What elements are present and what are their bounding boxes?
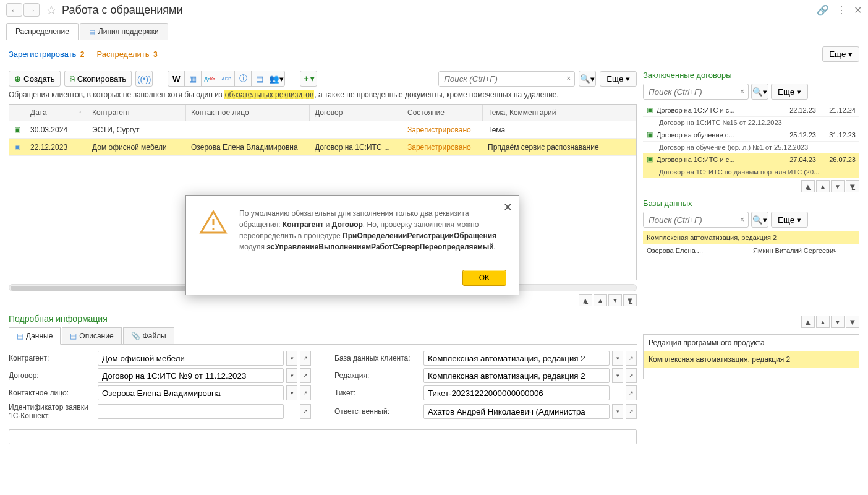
tab-distribution[interactable]: Распределение [6, 23, 79, 40]
sound-button[interactable]: ((•)) [135, 71, 153, 87]
tab-support-line[interactable]: ▤ Линия поддержки [80, 23, 168, 40]
db-dropdown[interactable]: ▾ [612, 351, 623, 366]
partner-field[interactable] [98, 351, 284, 366]
svg-point-1 [212, 228, 214, 230]
extra-field[interactable] [9, 429, 637, 444]
copy-button[interactable]: ⎘Скопировать [64, 71, 132, 87]
db-search-input[interactable] [644, 212, 736, 227]
contract-dropdown[interactable]: ▾ [286, 368, 297, 383]
link-icon[interactable]: 🔗 [817, 4, 829, 16]
databases-section: Базы данных × 🔍▾ Еще ▾ Комплексная автом… [643, 199, 859, 328]
contract-open[interactable]: ↗ [300, 368, 311, 383]
clear-search-icon[interactable]: × [563, 72, 574, 86]
nav-down-button[interactable]: ▼ [608, 294, 622, 306]
edition-dropdown[interactable]: ▾ [612, 368, 623, 383]
db-more-button[interactable]: Еще ▾ [771, 212, 808, 228]
menu-icon[interactable]: ⋮ [836, 4, 846, 16]
edition-field[interactable] [423, 368, 610, 383]
contract-row[interactable]: ▣ Договор на обучение с... 25.12.23 31.1… [643, 128, 859, 142]
header-partner[interactable]: Контрагент [87, 105, 186, 121]
more-button-toolbar[interactable]: Еще ▾ [600, 71, 637, 87]
contract-field[interactable] [98, 368, 284, 383]
contracts-more-button[interactable]: Еще ▾ [771, 84, 808, 100]
partner-open[interactable]: ↗ [300, 351, 311, 366]
doc-saved-icon: ▣ [14, 143, 20, 151]
contract-row[interactable]: ▣ Договор на 1С:ИТС и с... 22.12.23 21.1… [643, 103, 859, 117]
search-button[interactable]: 🔍▾ [579, 71, 596, 87]
ticket-field[interactable] [423, 385, 610, 400]
dialog-ok-button[interactable]: OK [462, 270, 506, 286]
db-open[interactable]: ↗ [626, 351, 637, 366]
tab-support-line-label: Линия поддержки [98, 27, 159, 36]
create-button[interactable]: ⊕Создать [9, 71, 61, 87]
abc-button[interactable]: АБВ [218, 71, 235, 87]
grid-row[interactable]: ▣ 30.03.2024 ЭСТИ, Сургут Зарегистрирова… [9, 121, 636, 139]
contracts-search-input[interactable] [644, 84, 736, 99]
header-contract[interactable]: Договор [310, 105, 402, 121]
close-icon[interactable]: ✕ [854, 4, 862, 16]
nav-up-button[interactable]: ▲ [816, 180, 830, 192]
list-icon: ▤ [256, 74, 263, 84]
db-search-button[interactable]: 🔍▾ [751, 212, 768, 228]
dialog-message: По умолчанию обязательны для заполнения … [239, 208, 506, 252]
nav-last-button[interactable]: ▼̲ [623, 294, 637, 306]
partner-dropdown[interactable]: ▾ [286, 351, 297, 366]
nav-first-button[interactable]: ▲̲ [579, 294, 592, 306]
id-open[interactable]: ↗ [300, 404, 311, 419]
contact-open[interactable]: ↗ [300, 385, 311, 400]
ticket-open[interactable]: ↗ [626, 385, 637, 400]
resp-open[interactable]: ↗ [626, 404, 637, 419]
list-button[interactable]: ▤ [251, 71, 268, 87]
resp-dropdown[interactable]: ▾ [612, 404, 623, 419]
nav-forward-button[interactable]: → [23, 3, 40, 17]
databases-title: Базы данных [643, 199, 859, 208]
nav-last-button[interactable]: ▼̲ [846, 316, 859, 328]
doc-icon: ▣ [647, 131, 653, 139]
nav-down-button[interactable]: ▼ [831, 316, 845, 328]
nav-first-button[interactable]: ▲̲ [801, 316, 815, 328]
add-item-button[interactable]: ＋▾ [300, 71, 317, 87]
contracts-search-button[interactable]: 🔍▾ [751, 84, 768, 100]
nav-last-button[interactable]: ▼̲ [846, 180, 859, 192]
detail-tab-files[interactable]: 📎Файлы [123, 327, 174, 344]
grid-row[interactable]: ▣ 22.12.2023 Дом офисной мебели Озерова … [9, 139, 636, 156]
distribute-link[interactable]: Распределить [96, 50, 149, 59]
more-button-top[interactable]: Еще ▾ [822, 46, 859, 62]
info-button[interactable]: ⓘ [234, 71, 252, 87]
contract-label: Договор: [9, 371, 95, 380]
nav-back-button[interactable]: ← [6, 3, 22, 17]
main-toolbar: ⊕Создать ⎘Скопировать ((•)) W ▦ ДтКт АБВ… [9, 71, 637, 87]
dtkt-button[interactable]: ДтКт [201, 71, 218, 87]
columns-button[interactable]: ▦ [184, 71, 202, 87]
favorite-star-icon[interactable]: ☆ [46, 2, 57, 17]
db-row[interactable]: Комплексная автоматизация, редакция 2 [643, 231, 859, 244]
resp-field[interactable] [423, 404, 610, 419]
header-date[interactable]: Дата↑ [25, 105, 87, 121]
product-row[interactable]: Комплексная автоматизация, редакция 2 [644, 351, 859, 368]
contracts-clear-icon[interactable]: × [736, 84, 748, 99]
header-state[interactable]: Состояние [402, 105, 483, 121]
contact-dropdown[interactable]: ▾ [286, 385, 297, 400]
nav-down-button[interactable]: ▼ [831, 180, 845, 192]
users-button[interactable]: 👥▾ [268, 71, 285, 87]
contact-field[interactable] [98, 385, 284, 400]
wiki-button[interactable]: W [168, 71, 185, 87]
dialog-close-icon[interactable]: ✕ [503, 200, 513, 214]
header-topic[interactable]: Тема, Комментарий [483, 105, 636, 121]
id-field[interactable] [98, 404, 284, 419]
contract-row[interactable]: ▣ Договор на 1С:ИТС и с... 27.04.23 26.0… [643, 153, 859, 166]
detail-tab-data[interactable]: ▤Данные [9, 327, 61, 345]
header-contact[interactable]: Контактное лицо [186, 105, 310, 121]
db-clear-icon[interactable]: × [736, 212, 748, 227]
edition-open[interactable]: ↗ [626, 368, 637, 383]
doc-posted-icon: ▣ [14, 126, 20, 134]
nav-first-button[interactable]: ▲̲ [801, 180, 815, 192]
db-field[interactable] [423, 351, 610, 366]
columns-icon: ▦ [189, 74, 197, 84]
nav-up-button[interactable]: ▲ [816, 316, 830, 328]
db-persons-row[interactable]: Озерова Елена ... Ямкин Виталий Сергееви… [643, 244, 859, 257]
register-link[interactable]: Зарегистрировать [9, 50, 76, 59]
detail-tab-desc[interactable]: ▤Описание [62, 327, 121, 344]
search-input[interactable] [439, 72, 563, 86]
nav-up-button[interactable]: ▲ [594, 294, 607, 306]
